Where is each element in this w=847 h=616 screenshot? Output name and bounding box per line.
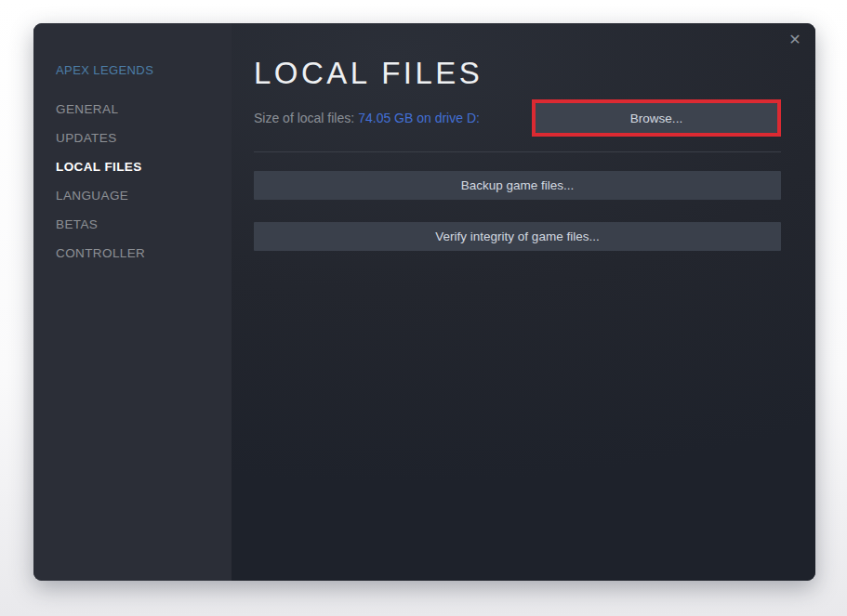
size-text: Size of local files:74.05 GB on drive D: [254,111,480,125]
browse-button[interactable]: Browse... [536,103,777,133]
size-row: Size of local files:74.05 GB on drive D:… [254,98,781,138]
sidebar: APEX LEGENDS GENERALUPDATESLOCAL FILESLA… [33,23,232,581]
sidebar-item-betas[interactable]: BETAS [33,210,232,239]
backup-button[interactable]: Backup game files... [254,171,781,200]
main-panel: LOCAL FILES Size of local files:74.05 GB… [232,23,815,581]
sidebar-item-local-files[interactable]: LOCAL FILES [33,152,232,181]
divider [254,151,781,152]
sidebar-nav: GENERALUPDATESLOCAL FILESLANGUAGEBETASCO… [33,95,232,268]
game-properties-dialog: ✕ APEX LEGENDS GENERALUPDATESLOCAL FILES… [33,23,815,581]
size-label: Size of local files: [254,111,354,125]
close-icon: ✕ [788,31,801,48]
sidebar-item-language[interactable]: LANGUAGE [33,181,232,210]
sidebar-item-general[interactable]: GENERAL [33,95,232,124]
close-button[interactable]: ✕ [785,29,805,49]
highlight-box: Browse... [532,99,781,137]
size-value: 74.05 GB on drive D: [358,111,480,125]
page-title: LOCAL FILES [254,56,781,91]
sidebar-game-title[interactable]: APEX LEGENDS [33,63,232,84]
sidebar-item-updates[interactable]: UPDATES [33,124,232,152]
verify-button[interactable]: Verify integrity of game files... [254,222,781,251]
sidebar-item-controller[interactable]: CONTROLLER [33,239,232,268]
